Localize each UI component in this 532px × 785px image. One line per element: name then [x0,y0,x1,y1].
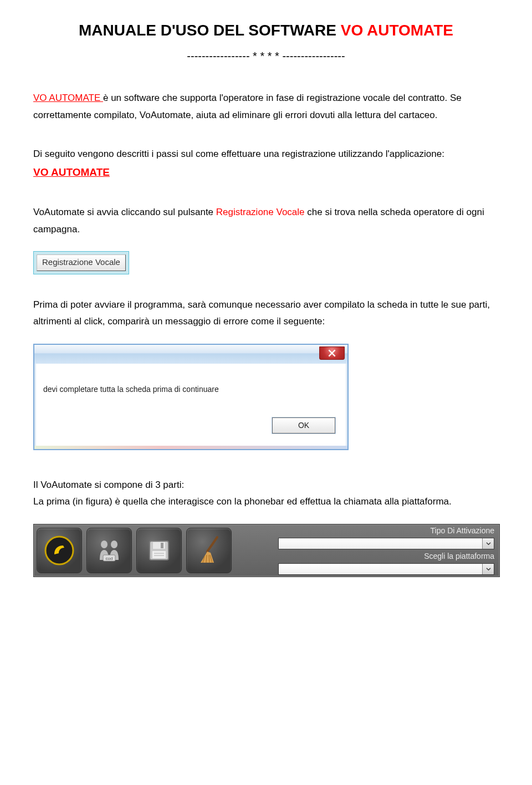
toolbar-save-button[interactable] [136,528,182,573]
paragraph-2-body: Di seguito vengono descritti i passi sul… [33,149,444,159]
paragraph-3a: VoAutomate si avvia cliccando sul pulsan… [33,207,216,217]
svg-line-11 [207,537,217,552]
error-dialog: devi completare tutta la scheda prima di… [33,344,349,450]
separator-line: ----------------- * * * * --------------… [33,48,499,64]
dialog-close-button[interactable] [319,346,345,360]
dialog-bottom-strip [34,446,347,449]
dialog-message: devi completare tutta la scheda prima di… [43,384,339,395]
combo-piattaforma[interactable] [278,563,494,575]
paragraph-4: Prima di poter avviare il programma, sar… [33,297,499,330]
broom-icon [195,535,223,566]
toolbar-screenshot: cod [33,524,500,577]
dialog-titlebar [34,345,347,364]
ok-button[interactable]: OK [272,417,335,434]
svg-point-1 [101,541,108,548]
toolbar-code-button[interactable]: cod [86,528,132,573]
paragraph-3: VoAutomate si avvia cliccando sul pulsan… [33,204,499,238]
svg-rect-7 [161,543,163,548]
page-title: MANUALE D'USO DEL SOFTWARE VO AUTOMATE [33,19,499,42]
svg-text:cod: cod [106,556,113,561]
paragraph-3-red: Registrazione Vocale [216,207,305,217]
label-piattaforma: Scegli la piattaforma [278,550,494,562]
vo-automate-link: VO AUTOMATE [33,166,110,178]
reg-vocale-screenshot: Registrazione Vocale [33,251,129,274]
floppy-icon [146,538,172,563]
chevron-down-icon [482,564,494,574]
toolbar-clear-button[interactable] [186,528,232,573]
reg-vocale-button[interactable]: Registrazione Vocale [37,254,126,271]
svg-rect-8 [152,551,166,558]
combo-tipo-attivazione[interactable] [278,538,494,549]
chevron-down-icon [482,538,494,549]
title-red: VO AUTOMATE [341,22,453,39]
svg-point-2 [111,541,117,548]
phone-icon [44,536,74,565]
paragraph-1: VO AUTOMATE è un software che supporta l… [33,90,499,124]
close-icon [328,349,336,357]
paragraph-2: Di seguito vengono descritti i passi sul… [33,146,499,182]
label-tipo-attivazione: Tipo Di Attivazione [278,525,494,537]
dialog-body: devi completare tutta la scheda prima di… [34,364,347,446]
paragraph-6: La prima (in figura) è quella che intera… [33,493,499,511]
toolbar-call-button[interactable] [37,528,82,573]
paragraph-5: Il VoAutomate si compone di 3 parti: [33,477,499,494]
title-prefix: MANUALE D'USO DEL SOFTWARE [79,22,341,39]
vo-automate-link-inline: VO AUTOMATE [33,93,103,103]
code-icon: cod [96,538,122,563]
